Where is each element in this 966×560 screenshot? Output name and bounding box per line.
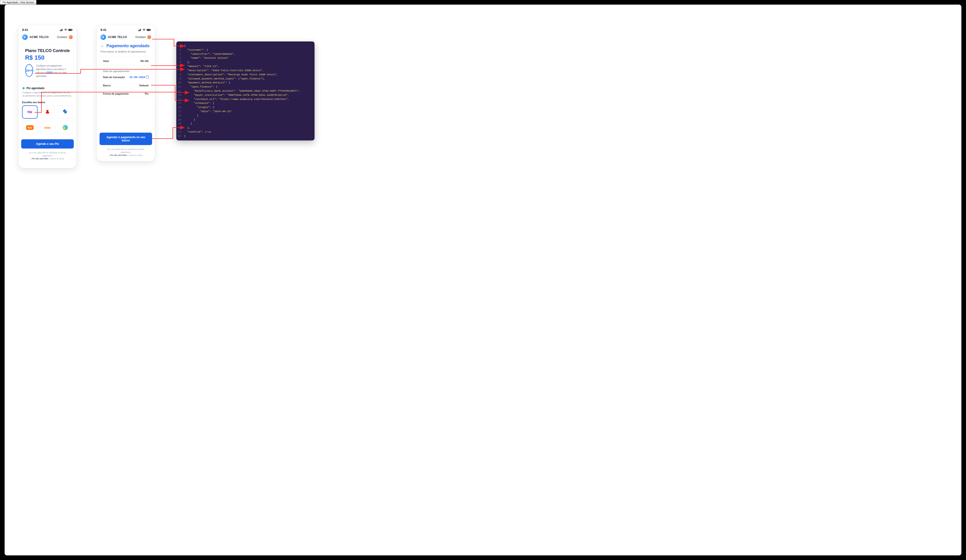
status-icons [138, 29, 151, 31]
schedule-section-label: Data do agendamento [100, 67, 152, 73]
code-line: 2 "customer": { [176, 48, 315, 52]
bb-logo-icon [63, 109, 68, 115]
bank-inter[interactable]: inter [40, 121, 55, 134]
brand-name: ACME TELCO [108, 36, 127, 39]
svg-rect-9 [139, 30, 140, 31]
bank-itau[interactable]: itaú [22, 121, 38, 134]
code-line: 9 "allowed_payment_method_types": ["open… [176, 77, 315, 81]
wise-logo-icon [63, 125, 68, 130]
status-time: 9:41 [22, 28, 28, 31]
inter-logo-icon: inter [44, 126, 51, 129]
user-menu[interactable]: Gustavo [135, 35, 151, 39]
amount-card: Valor R$ 150 [100, 57, 152, 65]
date-value: 15 / 06 / 2024 [130, 76, 149, 79]
code-line: 18 } [176, 113, 315, 118]
battery-icon [146, 29, 151, 31]
code-line: 22 "confirm": true [176, 130, 315, 134]
code-line: 1{ [176, 44, 315, 48]
battery-icon [68, 29, 73, 31]
bank-nubank[interactable]: nu [22, 105, 38, 119]
bank-bb[interactable] [58, 105, 73, 119]
bank-label: Banco [103, 84, 111, 87]
brand[interactable]: ▲ ACME TELCO [100, 34, 127, 40]
calendar-icon [146, 76, 149, 79]
user-name: Gustavo [135, 36, 146, 39]
code-line: 13 "payer_institution": "600f1b4a-1ef9-4… [176, 93, 315, 97]
santander-logo-icon [45, 110, 50, 115]
brand-name: ACME TELCO [30, 36, 49, 39]
svg-rect-0 [60, 30, 61, 31]
bank-label: Escolha seu banco [22, 101, 73, 104]
bank-value: Nubank [140, 84, 149, 87]
app-header: ▲ ACME TELCO Gustavo [97, 33, 155, 43]
amount-row: Valor R$ 150 [100, 57, 152, 65]
plan-price: R$ 150 [25, 54, 70, 61]
back-row: ← Pagamento agendado [97, 43, 155, 49]
brand[interactable]: ▲ ACME TELCO [22, 34, 49, 40]
back-button[interactable]: ← [100, 44, 104, 48]
pix-heading: ❖ Pix agendado [22, 86, 73, 90]
wifi-icon [64, 29, 67, 31]
itau-logo-icon: itaú [26, 125, 34, 130]
code-line: 23} [176, 134, 315, 138]
user-menu[interactable]: Gustavo [57, 35, 73, 39]
screen-subtitle: Personalizar os detalhes do agendamento [97, 49, 155, 55]
code-line: 14 "callback_url": "https://www.acmecorp… [176, 97, 315, 102]
phone-plan-config: 9:41 ▲ ACME TELCO Gustavo Plano TELCO Co… [18, 25, 77, 168]
wifi-icon [143, 29, 146, 31]
code-line: 11 "open_finance": { [176, 85, 315, 89]
code-line: 20 } [176, 121, 315, 126]
nubank-logo-icon: nu [28, 110, 32, 114]
plan-title: Plano TELCO Controle [25, 48, 70, 53]
gb-amount: 33 [26, 69, 29, 72]
svg-rect-2 [61, 29, 62, 31]
fine-print: Se o seu saldo não for suficiente no dia… [102, 148, 150, 157]
code-line: 19 } [176, 118, 315, 122]
pix-block: ❖ Pix agendado Configure o agendamento d… [21, 84, 74, 134]
amount-label: Valor [103, 60, 109, 62]
status-time: 9:41 [100, 28, 107, 31]
bank-grid: nu itaú inter [22, 105, 73, 134]
code-line: 6 "amount": "1234.12", [176, 64, 315, 69]
date-row[interactable]: Data de transação 15 / 06 / 2024 [100, 73, 152, 81]
browser-tab[interactable]: Pix Agendado - One Screen [0, 0, 36, 5]
status-bar: 9:41 [97, 25, 155, 33]
gb-ring: 33GB [25, 64, 33, 77]
user-name: Gustavo [57, 36, 67, 39]
pix-sub: Configure o agendamento do pagamento Pix… [22, 91, 73, 98]
app-header: ▲ ACME TELCO Gustavo [18, 33, 77, 43]
fine-print: Se o seu saldo não for suficiente no dia… [24, 151, 71, 160]
svg-rect-7 [72, 29, 72, 30]
code-line: 8 "statement_description": "Recarga Acme… [176, 72, 315, 77]
code-line: 5 }, [176, 60, 315, 64]
avatar-icon [69, 35, 73, 39]
schedule-pix-button[interactable]: Agende o seu Pix [21, 139, 74, 149]
brand-logo-icon: ▲ [100, 34, 106, 40]
svg-rect-14 [147, 29, 150, 30]
signal-icon [60, 29, 63, 31]
schedule-in-bank-button[interactable]: Agendar o pagamento no seu banco [100, 133, 152, 145]
screen-title: Pagamento agendado [107, 44, 150, 48]
svg-rect-1 [61, 30, 61, 31]
code-line: 3 "identifier": "10187609363", [176, 52, 315, 56]
schedule-card: Data do agendamento Data de transação 15… [100, 67, 152, 98]
code-panel[interactable]: 1{2 "customer": {3 "identifier": "101876… [176, 41, 315, 141]
bank-santander[interactable] [40, 105, 55, 119]
code-line: 21 }, [176, 126, 315, 130]
plan-card: Plano TELCO Controle R$ 150 33GB Configu… [21, 44, 74, 82]
code-line: 15 "schedule": { [176, 101, 315, 105]
canvas: 9:41 ▲ ACME TELCO Gustavo Plano TELCO Co… [5, 5, 961, 555]
svg-rect-8 [138, 30, 139, 31]
signal-icon [138, 29, 141, 31]
bank-wise[interactable] [58, 121, 73, 134]
avatar-icon [147, 35, 151, 39]
code-line: 7 "description": "9363-Telco-Controle-33… [176, 69, 315, 72]
status-bar: 9:41 [18, 25, 77, 33]
amount-value: R$ 150 [141, 60, 149, 62]
browser-tab-title: Pix Agendado - One Screen [3, 1, 34, 4]
phone-schedule-details: 9:41 ▲ ACME TELCO Gustavo ← Pagamento ag… [97, 25, 155, 161]
svg-rect-11 [140, 29, 141, 31]
plan-desc: Configure um pagamento agendado para o s… [36, 64, 70, 78]
code-line: 12 "beneficiary_bank_account": "a80d5a9d… [176, 89, 315, 93]
gb-unit: GB [29, 69, 33, 72]
